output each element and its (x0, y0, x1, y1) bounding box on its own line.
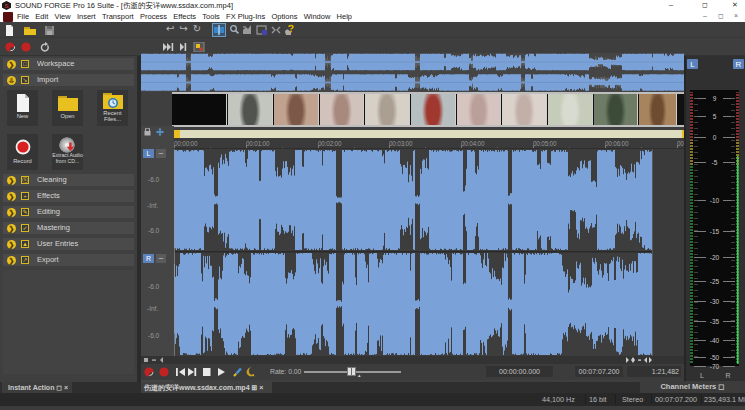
svg-text:-30: -30 (710, 298, 720, 305)
svg-text:L: L (690, 60, 695, 69)
svg-text:-15: -15 (710, 228, 720, 235)
svg-text:R: R (725, 372, 730, 379)
svg-text:-50: -50 (710, 354, 720, 361)
svg-text:L: L (700, 372, 704, 379)
svg-text:-70: -70 (710, 363, 720, 370)
svg-text:R: R (736, 60, 742, 69)
svg-text:-35: -35 (710, 318, 720, 325)
svg-text:-5: -5 (712, 159, 718, 166)
svg-text:-25: -25 (710, 278, 720, 285)
svg-text:9: 9 (713, 95, 717, 102)
svg-text:S: S (4, 3, 8, 9)
svg-text:-40: -40 (710, 337, 720, 344)
svg-text:-20: -20 (710, 254, 720, 261)
svg-text:0: 0 (713, 134, 717, 141)
svg-text:-10: -10 (710, 197, 720, 204)
svg-text:5: 5 (713, 113, 717, 120)
